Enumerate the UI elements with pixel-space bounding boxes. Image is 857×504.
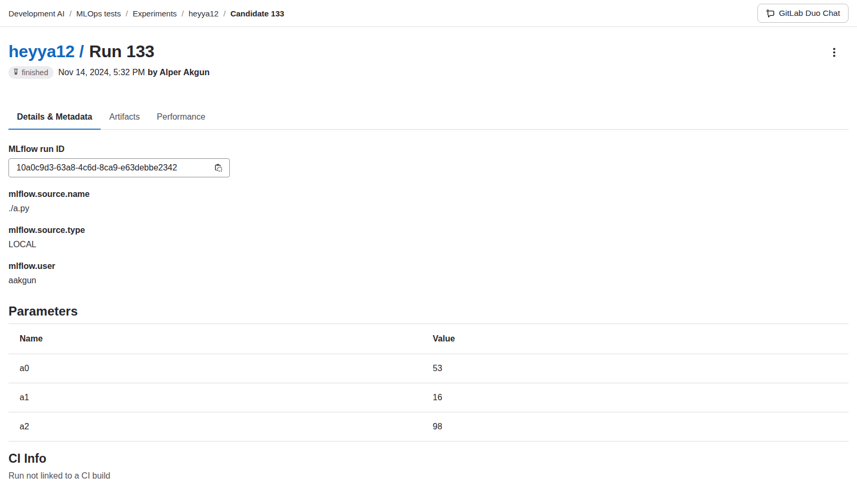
run-meta-row: finished Nov 14, 2024, 5:32 PM by Alper …: [8, 66, 849, 79]
metadata-value: aakgun: [8, 276, 849, 285]
top-bar: Development AI / MLOps tests / Experimen…: [0, 0, 857, 27]
status-badge: finished: [8, 66, 53, 79]
parameters-heading: Parameters: [8, 303, 849, 319]
test-tube-icon: [12, 68, 20, 77]
tab-details-metadata[interactable]: Details & Metadata: [8, 105, 101, 129]
experiment-link[interactable]: heyya12 /: [8, 42, 84, 61]
vertical-ellipsis-icon: [829, 51, 839, 59]
param-value: 16: [429, 383, 849, 412]
run-id-box: [8, 158, 230, 177]
details-section: MLflow run ID mlflow.source.name ./a.py …: [8, 145, 849, 285]
tab-artifacts[interactable]: Artifacts: [101, 105, 148, 129]
parameters-header-row: Name Value: [8, 324, 849, 354]
breadcrumb-separator: /: [69, 9, 72, 18]
param-value: 53: [429, 354, 849, 383]
breadcrumb-item-mlops-tests[interactable]: MLOps tests: [76, 9, 121, 18]
breadcrumb-separator: /: [224, 9, 226, 18]
title-row: heyya12 /Run 133: [8, 41, 849, 62]
ci-info-message: Run not linked to a CI build: [8, 471, 849, 481]
run-name: Run 133: [89, 42, 154, 61]
parameters-table: Name Value a0 53 a1 16 a2 98: [8, 323, 849, 442]
column-header-value: Value: [429, 324, 849, 354]
breadcrumb-item-heyya12[interactable]: heyya12: [189, 9, 219, 18]
breadcrumb-item-candidate-133: Candidate 133: [230, 9, 284, 18]
duo-chat-icon: [766, 9, 775, 18]
main-content: heyya12 /Run 133 finished Nov 14, 2024, …: [0, 41, 857, 481]
ci-info-heading: CI Info: [8, 451, 849, 466]
metadata-label: mlflow.source.type: [8, 226, 849, 235]
param-name: a2: [8, 412, 429, 442]
gitlab-duo-chat-button[interactable]: GitLab Duo Chat: [757, 4, 849, 23]
run-id-input[interactable]: [11, 163, 212, 173]
metadata-value: LOCAL: [8, 240, 849, 249]
param-name: a0: [8, 354, 429, 383]
breadcrumb-separator: /: [182, 9, 184, 18]
column-header-name: Name: [8, 324, 429, 354]
run-author: by Alper Akgun: [148, 68, 210, 77]
param-value: 98: [429, 412, 849, 442]
metadata-label: mlflow.source.name: [8, 190, 849, 199]
run-actions-kebab-button[interactable]: [827, 45, 841, 60]
breadcrumb-separator: /: [126, 9, 128, 18]
status-badge-label: finished: [22, 68, 48, 77]
breadcrumb: Development AI / MLOps tests / Experimen…: [8, 9, 284, 18]
copy-run-id-button[interactable]: [212, 161, 225, 175]
table-row: a2 98: [8, 412, 849, 442]
copy-to-clipboard-icon: [214, 166, 223, 174]
run-tabs: Details & Metadata Artifacts Performance: [8, 105, 849, 130]
page-title: heyya12 /Run 133: [8, 41, 154, 62]
metadata-value: ./a.py: [8, 204, 849, 213]
run-id-label: MLflow run ID: [8, 145, 849, 154]
param-name: a1: [8, 383, 429, 412]
table-row: a0 53: [8, 354, 849, 383]
tab-performance[interactable]: Performance: [148, 105, 214, 129]
metadata-label: mlflow.user: [8, 262, 849, 271]
duo-chat-button-label: GitLab Duo Chat: [779, 8, 840, 18]
breadcrumb-item-experiments[interactable]: Experiments: [132, 9, 176, 18]
table-row: a1 16: [8, 383, 849, 412]
breadcrumb-item-development-ai[interactable]: Development AI: [8, 9, 65, 18]
run-timestamp: Nov 14, 2024, 5:32 PM: [58, 68, 145, 77]
